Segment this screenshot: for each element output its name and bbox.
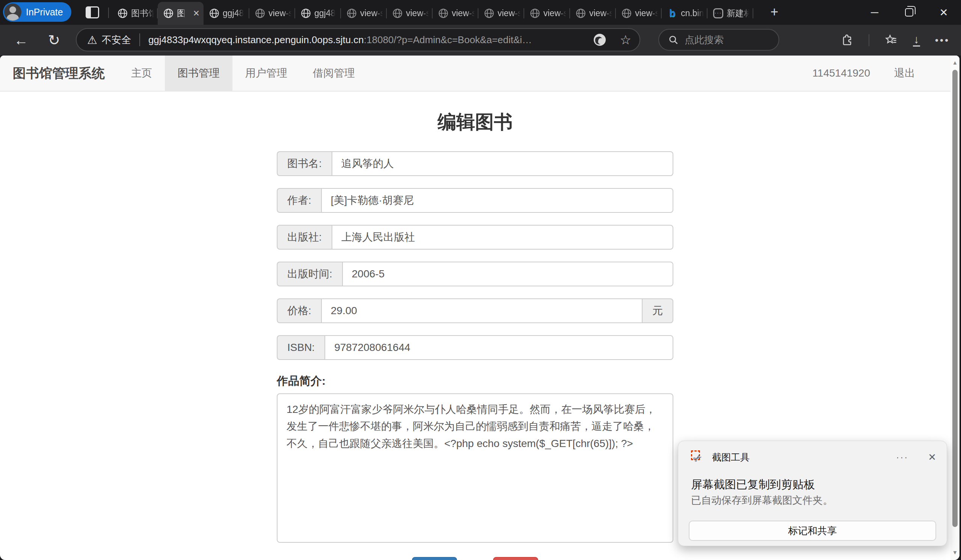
- new-tab-button[interactable]: +: [766, 5, 783, 20]
- scrollbar-thumb[interactable]: [952, 70, 958, 527]
- author-row: 作者:: [277, 188, 673, 213]
- nav-item-user-management[interactable]: 用户管理: [233, 56, 300, 91]
- tab-title: ggj48: [223, 8, 244, 18]
- window-controls: ─ ✕: [857, 0, 961, 25]
- tab-view-source[interactable]: view-s: [341, 2, 387, 25]
- tab-title: cn.bin: [681, 8, 704, 18]
- book-name-label: 图书名:: [277, 151, 332, 176]
- synopsis-textarea[interactable]: 12岁的阿富汗富家少爷阿米尔与仆人哈桑情同手足。然而，在一场风筝比赛后，发生了一…: [277, 393, 673, 543]
- publisher-input[interactable]: [332, 225, 673, 250]
- refresh-button[interactable]: ↻: [43, 30, 64, 50]
- tab-view-source[interactable]: view-s: [570, 2, 616, 25]
- site-brand[interactable]: 图书馆管理系统: [0, 56, 118, 91]
- inprivate-badge[interactable]: InPrivate: [3, 2, 71, 22]
- not-secure-warning-icon: ⚠: [87, 34, 97, 47]
- notification-more-icon[interactable]: ···: [896, 452, 908, 462]
- browser-window: InPrivate 图书馆 图 ✕ ggj48: [0, 0, 961, 560]
- isbn-label: ISBN:: [277, 335, 325, 360]
- new-tab-page-icon: ···: [713, 8, 723, 19]
- isbn-input[interactable]: [325, 335, 673, 360]
- search-box[interactable]: 点此搜索: [658, 29, 779, 51]
- publish-date-input[interactable]: [342, 262, 673, 286]
- tab-library[interactable]: 图书馆: [112, 2, 158, 25]
- bing-icon: b: [667, 8, 678, 19]
- tab-view-source[interactable]: view-s: [479, 2, 524, 25]
- price-input[interactable]: [321, 298, 643, 323]
- tab-title: view-s: [635, 8, 658, 18]
- tab-actions-icon[interactable]: [86, 6, 99, 18]
- back-button[interactable]: ←: [11, 30, 32, 50]
- tab-view-source[interactable]: view-s: [524, 2, 570, 25]
- url-text[interactable]: ggj4833p4wxqqyeq.instance.penguin.0ops.s…: [148, 34, 587, 46]
- tab-strip: InPrivate 图书馆 图 ✕ ggj48: [0, 0, 961, 25]
- extensions-icon[interactable]: [841, 34, 853, 47]
- tab-view-source[interactable]: view-s: [432, 2, 479, 25]
- restore-icon: [905, 8, 913, 16]
- tab-title: 图书馆: [131, 8, 154, 19]
- notification-header: ✂ 截图工具 ··· ✕: [690, 449, 936, 465]
- confirm-button[interactable]: 确认: [412, 557, 457, 560]
- publisher-row: 出版社:: [277, 225, 673, 250]
- synopsis-label: 作品简介:: [277, 374, 673, 389]
- tab-title: view-s: [406, 8, 429, 18]
- scroll-up-icon[interactable]: ▲: [950, 59, 959, 66]
- notification-submessage: 已自动保存到屏幕截图文件夹。: [691, 494, 833, 507]
- tab-title: 新建标: [727, 8, 750, 19]
- scroll-down-icon[interactable]: ▼: [950, 549, 959, 555]
- address-bar[interactable]: ⚠ 不安全 ggj4833p4wxqqyeq.instance.penguin.…: [76, 28, 640, 51]
- tab-view-source[interactable]: view-s: [616, 2, 662, 25]
- not-secure-label[interactable]: 不安全: [102, 34, 131, 47]
- downloads-icon[interactable]: ↓: [913, 34, 920, 47]
- page-title: 编辑图书: [277, 109, 673, 135]
- tab-active-edit-book[interactable]: 图 ✕: [158, 2, 204, 25]
- tab-ggj48[interactable]: ggj48: [204, 2, 249, 25]
- close-window-button[interactable]: ✕: [926, 0, 961, 25]
- search-placeholder: 点此搜索: [685, 34, 724, 47]
- notification-title: 截图工具: [712, 451, 750, 464]
- tab-title: view-s: [268, 8, 291, 18]
- tab-close-icon[interactable]: ✕: [193, 10, 200, 18]
- browser-toolbar: ← ↻ ⚠ 不安全 ggj4833p4wxqqyeq.instance.peng…: [0, 25, 961, 56]
- markup-share-button[interactable]: 标记和共享: [689, 521, 936, 541]
- nav-item-home[interactable]: 主页: [118, 56, 165, 91]
- tab-view-source[interactable]: view-s: [249, 2, 295, 25]
- notification-close-icon[interactable]: ✕: [928, 451, 936, 463]
- search-icon: [668, 35, 678, 45]
- globe-icon: [484, 8, 494, 19]
- globe-icon: [209, 8, 219, 19]
- globe-icon: [438, 8, 448, 19]
- rewards-icon[interactable]: [592, 32, 607, 47]
- tab-title: view-s: [589, 8, 612, 18]
- favorite-star-icon[interactable]: ☆: [620, 32, 631, 47]
- publisher-label: 出版社:: [277, 225, 332, 250]
- notification-message: 屏幕截图已复制到剪贴板: [691, 477, 815, 493]
- minimize-button[interactable]: ─: [857, 0, 892, 25]
- isbn-row: ISBN:: [277, 335, 673, 360]
- tab-bing[interactable]: b cn.bin: [662, 2, 707, 25]
- tab-new-tab-page[interactable]: ··· 新建标: [707, 2, 753, 25]
- edit-book-form: 编辑图书 图书名: 作者: 出版社: 出版时间: 价格: 元: [277, 91, 673, 560]
- tab-ggj48[interactable]: ggj48: [295, 2, 341, 25]
- tab-view-source[interactable]: view-s: [387, 2, 432, 25]
- reset-button[interactable]: 重置: [493, 557, 538, 560]
- favorites-list-icon[interactable]: [884, 34, 898, 47]
- nav-item-book-management[interactable]: 图书管理: [165, 56, 233, 91]
- logout-link[interactable]: 退出: [894, 66, 915, 80]
- book-name-input[interactable]: [332, 151, 673, 176]
- tabs-container: 图书馆 图 ✕ ggj48 view-s: [112, 2, 753, 25]
- tab-title: view-s: [360, 8, 383, 18]
- globe-icon: [392, 8, 403, 19]
- nav-item-borrow-management[interactable]: 借阅管理: [300, 56, 368, 91]
- price-row: 价格: 元: [277, 298, 673, 323]
- tab-title: view-s: [452, 8, 475, 18]
- tab-title: view-s: [498, 8, 521, 18]
- restore-button[interactable]: [892, 0, 926, 25]
- globe-icon: [255, 8, 265, 19]
- author-label: 作者:: [277, 188, 321, 213]
- globe-icon: [117, 8, 128, 19]
- tabstrip-divider: [108, 8, 109, 18]
- url-divider: [139, 34, 140, 46]
- profile-avatar-icon: [4, 3, 21, 21]
- author-input[interactable]: [321, 188, 673, 213]
- settings-more-icon[interactable]: •••: [935, 35, 950, 46]
